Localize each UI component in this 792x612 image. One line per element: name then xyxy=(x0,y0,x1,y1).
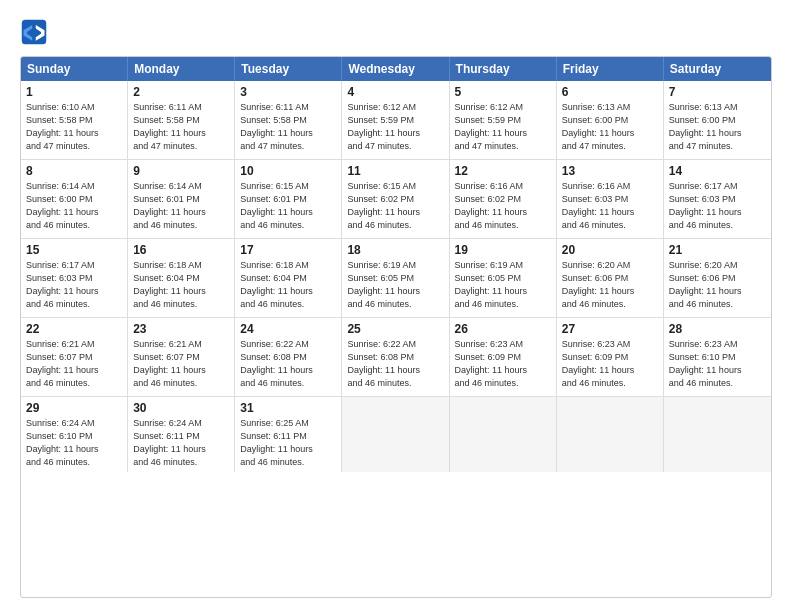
day-number: 30 xyxy=(133,401,229,415)
day-info: Sunrise: 6:13 AMSunset: 6:00 PMDaylight:… xyxy=(669,101,766,153)
cal-cell: 12Sunrise: 6:16 AMSunset: 6:02 PMDayligh… xyxy=(450,160,557,238)
cal-cell: 6Sunrise: 6:13 AMSunset: 6:00 PMDaylight… xyxy=(557,81,664,159)
logo-icon xyxy=(20,18,48,46)
header-day-wednesday: Wednesday xyxy=(342,57,449,81)
day-number: 27 xyxy=(562,322,658,336)
cal-cell: 5Sunrise: 6:12 AMSunset: 5:59 PMDaylight… xyxy=(450,81,557,159)
day-info: Sunrise: 6:12 AMSunset: 5:59 PMDaylight:… xyxy=(455,101,551,153)
cal-cell xyxy=(664,397,771,472)
day-info: Sunrise: 6:15 AMSunset: 6:01 PMDaylight:… xyxy=(240,180,336,232)
day-info: Sunrise: 6:11 AMSunset: 5:58 PMDaylight:… xyxy=(133,101,229,153)
day-info: Sunrise: 6:23 AMSunset: 6:09 PMDaylight:… xyxy=(562,338,658,390)
day-number: 20 xyxy=(562,243,658,257)
page: SundayMondayTuesdayWednesdayThursdayFrid… xyxy=(0,0,792,612)
cal-week-4: 22Sunrise: 6:21 AMSunset: 6:07 PMDayligh… xyxy=(21,318,771,397)
calendar: SundayMondayTuesdayWednesdayThursdayFrid… xyxy=(20,56,772,598)
cal-cell: 24Sunrise: 6:22 AMSunset: 6:08 PMDayligh… xyxy=(235,318,342,396)
day-info: Sunrise: 6:14 AMSunset: 6:01 PMDaylight:… xyxy=(133,180,229,232)
cal-week-3: 15Sunrise: 6:17 AMSunset: 6:03 PMDayligh… xyxy=(21,239,771,318)
day-number: 8 xyxy=(26,164,122,178)
cal-cell: 21Sunrise: 6:20 AMSunset: 6:06 PMDayligh… xyxy=(664,239,771,317)
day-info: Sunrise: 6:16 AMSunset: 6:03 PMDaylight:… xyxy=(562,180,658,232)
day-info: Sunrise: 6:18 AMSunset: 6:04 PMDaylight:… xyxy=(133,259,229,311)
cal-week-1: 1Sunrise: 6:10 AMSunset: 5:58 PMDaylight… xyxy=(21,81,771,160)
day-info: Sunrise: 6:22 AMSunset: 6:08 PMDaylight:… xyxy=(240,338,336,390)
cal-cell: 26Sunrise: 6:23 AMSunset: 6:09 PMDayligh… xyxy=(450,318,557,396)
cal-cell xyxy=(557,397,664,472)
day-info: Sunrise: 6:14 AMSunset: 6:00 PMDaylight:… xyxy=(26,180,122,232)
cal-cell: 27Sunrise: 6:23 AMSunset: 6:09 PMDayligh… xyxy=(557,318,664,396)
cal-cell: 30Sunrise: 6:24 AMSunset: 6:11 PMDayligh… xyxy=(128,397,235,472)
cal-cell: 20Sunrise: 6:20 AMSunset: 6:06 PMDayligh… xyxy=(557,239,664,317)
header-day-friday: Friday xyxy=(557,57,664,81)
cal-cell: 18Sunrise: 6:19 AMSunset: 6:05 PMDayligh… xyxy=(342,239,449,317)
header-day-tuesday: Tuesday xyxy=(235,57,342,81)
day-info: Sunrise: 6:20 AMSunset: 6:06 PMDaylight:… xyxy=(562,259,658,311)
calendar-header: SundayMondayTuesdayWednesdayThursdayFrid… xyxy=(21,57,771,81)
day-info: Sunrise: 6:20 AMSunset: 6:06 PMDaylight:… xyxy=(669,259,766,311)
header-day-thursday: Thursday xyxy=(450,57,557,81)
day-info: Sunrise: 6:12 AMSunset: 5:59 PMDaylight:… xyxy=(347,101,443,153)
day-number: 29 xyxy=(26,401,122,415)
day-number: 21 xyxy=(669,243,766,257)
cal-cell: 17Sunrise: 6:18 AMSunset: 6:04 PMDayligh… xyxy=(235,239,342,317)
day-number: 24 xyxy=(240,322,336,336)
day-number: 9 xyxy=(133,164,229,178)
cal-cell: 16Sunrise: 6:18 AMSunset: 6:04 PMDayligh… xyxy=(128,239,235,317)
cal-cell: 4Sunrise: 6:12 AMSunset: 5:59 PMDaylight… xyxy=(342,81,449,159)
day-number: 3 xyxy=(240,85,336,99)
day-info: Sunrise: 6:21 AMSunset: 6:07 PMDaylight:… xyxy=(26,338,122,390)
day-info: Sunrise: 6:25 AMSunset: 6:11 PMDaylight:… xyxy=(240,417,336,469)
day-number: 2 xyxy=(133,85,229,99)
day-number: 18 xyxy=(347,243,443,257)
day-number: 16 xyxy=(133,243,229,257)
day-number: 12 xyxy=(455,164,551,178)
day-number: 31 xyxy=(240,401,336,415)
cal-cell: 3Sunrise: 6:11 AMSunset: 5:58 PMDaylight… xyxy=(235,81,342,159)
cal-cell: 19Sunrise: 6:19 AMSunset: 6:05 PMDayligh… xyxy=(450,239,557,317)
day-number: 13 xyxy=(562,164,658,178)
day-number: 11 xyxy=(347,164,443,178)
day-number: 1 xyxy=(26,85,122,99)
day-info: Sunrise: 6:11 AMSunset: 5:58 PMDaylight:… xyxy=(240,101,336,153)
day-number: 19 xyxy=(455,243,551,257)
cal-cell: 31Sunrise: 6:25 AMSunset: 6:11 PMDayligh… xyxy=(235,397,342,472)
day-number: 23 xyxy=(133,322,229,336)
cal-cell: 8Sunrise: 6:14 AMSunset: 6:00 PMDaylight… xyxy=(21,160,128,238)
header-day-monday: Monday xyxy=(128,57,235,81)
day-info: Sunrise: 6:13 AMSunset: 6:00 PMDaylight:… xyxy=(562,101,658,153)
cal-cell: 11Sunrise: 6:15 AMSunset: 6:02 PMDayligh… xyxy=(342,160,449,238)
header xyxy=(20,18,772,46)
cal-cell: 10Sunrise: 6:15 AMSunset: 6:01 PMDayligh… xyxy=(235,160,342,238)
day-info: Sunrise: 6:18 AMSunset: 6:04 PMDaylight:… xyxy=(240,259,336,311)
day-number: 7 xyxy=(669,85,766,99)
day-number: 26 xyxy=(455,322,551,336)
day-info: Sunrise: 6:23 AMSunset: 6:09 PMDaylight:… xyxy=(455,338,551,390)
day-info: Sunrise: 6:24 AMSunset: 6:10 PMDaylight:… xyxy=(26,417,122,469)
cal-week-2: 8Sunrise: 6:14 AMSunset: 6:00 PMDaylight… xyxy=(21,160,771,239)
day-number: 10 xyxy=(240,164,336,178)
cal-cell: 9Sunrise: 6:14 AMSunset: 6:01 PMDaylight… xyxy=(128,160,235,238)
day-number: 28 xyxy=(669,322,766,336)
cal-cell: 7Sunrise: 6:13 AMSunset: 6:00 PMDaylight… xyxy=(664,81,771,159)
day-info: Sunrise: 6:19 AMSunset: 6:05 PMDaylight:… xyxy=(347,259,443,311)
cal-cell: 28Sunrise: 6:23 AMSunset: 6:10 PMDayligh… xyxy=(664,318,771,396)
day-number: 4 xyxy=(347,85,443,99)
day-number: 6 xyxy=(562,85,658,99)
day-number: 25 xyxy=(347,322,443,336)
day-info: Sunrise: 6:22 AMSunset: 6:08 PMDaylight:… xyxy=(347,338,443,390)
cal-cell: 1Sunrise: 6:10 AMSunset: 5:58 PMDaylight… xyxy=(21,81,128,159)
day-info: Sunrise: 6:17 AMSunset: 6:03 PMDaylight:… xyxy=(26,259,122,311)
day-number: 14 xyxy=(669,164,766,178)
cal-cell: 13Sunrise: 6:16 AMSunset: 6:03 PMDayligh… xyxy=(557,160,664,238)
day-info: Sunrise: 6:10 AMSunset: 5:58 PMDaylight:… xyxy=(26,101,122,153)
cal-cell: 23Sunrise: 6:21 AMSunset: 6:07 PMDayligh… xyxy=(128,318,235,396)
cal-cell: 25Sunrise: 6:22 AMSunset: 6:08 PMDayligh… xyxy=(342,318,449,396)
cal-cell: 2Sunrise: 6:11 AMSunset: 5:58 PMDaylight… xyxy=(128,81,235,159)
cal-cell: 15Sunrise: 6:17 AMSunset: 6:03 PMDayligh… xyxy=(21,239,128,317)
cal-cell xyxy=(342,397,449,472)
day-info: Sunrise: 6:23 AMSunset: 6:10 PMDaylight:… xyxy=(669,338,766,390)
day-number: 17 xyxy=(240,243,336,257)
calendar-body: 1Sunrise: 6:10 AMSunset: 5:58 PMDaylight… xyxy=(21,81,771,472)
day-number: 22 xyxy=(26,322,122,336)
